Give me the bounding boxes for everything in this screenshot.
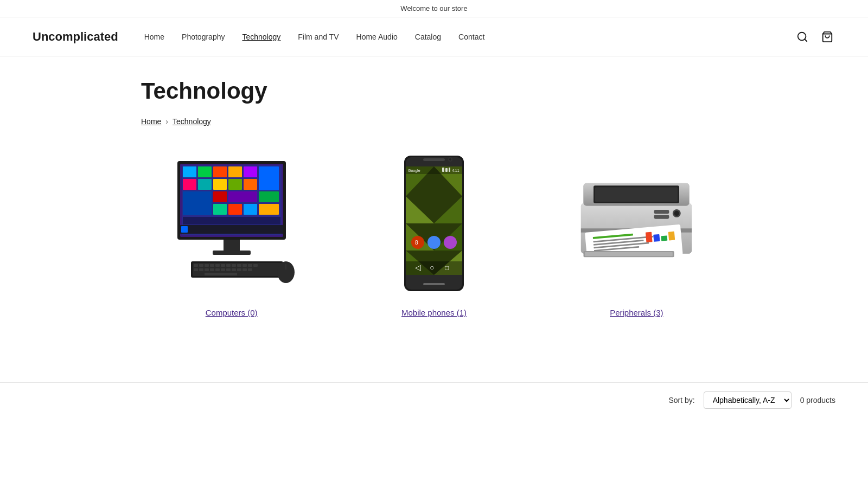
svg-point-87 (449, 158, 451, 160)
svg-rect-39 (232, 264, 236, 267)
svg-rect-36 (215, 264, 220, 267)
svg-point-106 (674, 211, 679, 216)
computer-image (141, 147, 322, 299)
svg-rect-16 (244, 179, 257, 190)
header-icons (794, 29, 835, 45)
nav-contact[interactable]: Contact (458, 33, 484, 41)
cart-icon (821, 31, 833, 43)
svg-text:8: 8 (415, 240, 418, 246)
svg-rect-32 (194, 264, 198, 267)
svg-rect-26 (180, 225, 283, 234)
svg-rect-49 (221, 268, 225, 271)
category-grid: Computers (0) (141, 147, 727, 317)
svg-text:○: ○ (430, 263, 434, 272)
brand-logo[interactable]: Uncomplicated (33, 30, 118, 44)
svg-rect-84 (423, 283, 445, 285)
svg-rect-103 (661, 235, 668, 241)
svg-rect-85 (423, 158, 445, 161)
computer-illustration (161, 156, 302, 291)
breadcrumb-current[interactable]: Technology (173, 117, 211, 126)
breadcrumb: Home › Technology (141, 117, 727, 126)
svg-rect-46 (205, 268, 209, 271)
svg-rect-52 (237, 268, 241, 271)
top-banner: Welcome to our store (0, 0, 868, 17)
svg-rect-51 (232, 268, 236, 271)
svg-rect-6 (183, 166, 196, 177)
product-count: 0 products (800, 396, 835, 404)
svg-rect-9 (228, 166, 242, 177)
svg-rect-108 (654, 215, 669, 219)
svg-rect-17 (183, 191, 212, 215)
nav-home[interactable]: Home (144, 33, 164, 41)
svg-rect-25 (183, 217, 280, 224)
cart-button[interactable] (819, 29, 835, 45)
svg-rect-40 (237, 264, 241, 267)
svg-rect-50 (226, 268, 231, 271)
bottom-bar: Sort by: Alphabetically, A-Z Alphabetica… (0, 382, 868, 418)
main-content: Technology Home › Technology (108, 56, 760, 371)
nav-film-and-tv[interactable]: Film and TV (298, 33, 339, 41)
sort-select-container: Alphabetically, A-Z Alphabetically, Z-A … (704, 391, 792, 409)
category-peripherals[interactable]: Peripherals (3) (546, 147, 727, 317)
sort-label: Sort by: (668, 396, 694, 404)
svg-point-78 (427, 236, 441, 249)
breadcrumb-home[interactable]: Home (141, 117, 161, 126)
breadcrumb-separator: › (165, 117, 168, 126)
svg-rect-107 (654, 210, 669, 214)
svg-rect-101 (646, 232, 653, 242)
phones-label: Mobile phones (1) (401, 308, 467, 317)
svg-text:Google: Google (408, 169, 420, 173)
nav-catalog[interactable]: Catalog (415, 33, 441, 41)
svg-rect-13 (198, 179, 212, 190)
svg-rect-44 (194, 268, 198, 271)
svg-rect-41 (242, 264, 247, 267)
svg-text:4:11: 4:11 (452, 169, 459, 172)
computers-label: Computers (0) (206, 308, 258, 317)
sort-dropdown[interactable]: Alphabetically, A-Z Alphabetically, Z-A … (704, 391, 792, 409)
svg-rect-22 (228, 204, 242, 215)
svg-rect-11 (259, 166, 279, 190)
svg-rect-37 (221, 264, 225, 267)
search-icon (796, 31, 808, 43)
svg-rect-33 (199, 264, 203, 267)
svg-rect-43 (253, 264, 258, 267)
svg-rect-28 (224, 240, 240, 251)
svg-rect-35 (210, 264, 214, 267)
search-button[interactable] (794, 29, 810, 45)
printer-illustration (566, 164, 707, 283)
printer-image (546, 147, 727, 299)
category-computers[interactable]: Computers (0) (141, 147, 322, 317)
phone-image: Google 4:11 8 ◁ ○ □ (343, 147, 524, 299)
peripherals-label: Peripherals (3) (610, 308, 663, 317)
category-mobile-phones[interactable]: Google 4:11 8 ◁ ○ □ (343, 147, 524, 317)
header: Uncomplicated Home Photography Technolog… (0, 17, 868, 56)
svg-text:◁: ◁ (415, 263, 421, 272)
page-title: Technology (141, 78, 727, 104)
nav-technology[interactable]: Technology (242, 33, 280, 41)
svg-line-1 (805, 39, 807, 41)
svg-rect-54 (248, 268, 252, 271)
svg-rect-7 (198, 166, 212, 177)
svg-rect-20 (259, 191, 279, 202)
nav-photography[interactable]: Photography (182, 33, 225, 41)
svg-rect-27 (181, 226, 188, 233)
svg-rect-21 (213, 204, 227, 215)
svg-rect-45 (199, 268, 203, 271)
svg-rect-10 (244, 166, 257, 177)
svg-rect-14 (213, 179, 227, 190)
svg-rect-102 (654, 234, 660, 242)
main-nav: Home Photography Technology Film and TV … (144, 33, 794, 41)
svg-rect-12 (183, 179, 196, 190)
svg-rect-72 (442, 168, 444, 172)
banner-text: Welcome to our store (400, 4, 467, 12)
svg-rect-34 (205, 264, 209, 267)
svg-rect-74 (449, 168, 450, 172)
svg-rect-55 (205, 273, 237, 275)
svg-point-79 (444, 236, 457, 249)
phone-illustration: Google 4:11 8 ◁ ○ □ (401, 153, 467, 294)
svg-rect-53 (242, 268, 247, 271)
nav-home-audio[interactable]: Home Audio (356, 33, 398, 41)
svg-rect-24 (259, 204, 279, 215)
svg-text:□: □ (445, 264, 449, 272)
svg-rect-23 (244, 204, 257, 215)
